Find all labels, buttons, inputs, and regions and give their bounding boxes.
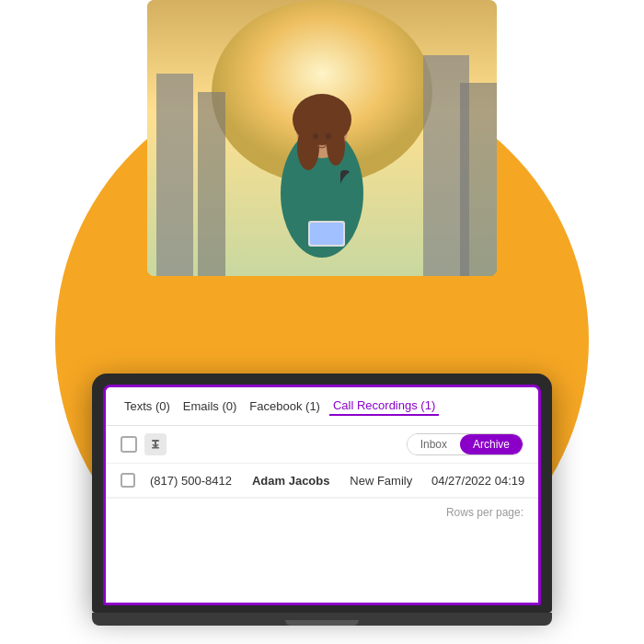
tab-emails[interactable]: Emails (0) [179,397,241,415]
group-cell: New Family [342,464,424,498]
svg-rect-20 [152,447,159,449]
tab-facebook[interactable]: Facebook (1) [246,397,324,415]
toolbar: Inbox Archive [106,426,538,464]
inbox-toggle-btn[interactable]: Inbox [408,434,460,454]
svg-rect-5 [460,83,497,276]
laptop-frame: Texts (0) Emails (0) Facebook (1) Call R… [92,374,552,613]
row-checkbox[interactable] [121,473,135,488]
tab-call-recordings[interactable]: Call Recordings (1) [329,397,439,416]
rows-per-page-label: Rows per page: [446,506,523,519]
date-cell: 04/27/2022 04:19 [424,464,538,498]
svg-rect-18 [152,440,159,442]
tab-texts[interactable]: Texts (0) [121,397,174,415]
svg-rect-2 [156,74,193,276]
recordings-table: (817) 500-8412 Adam Jacobs New Family 04… [106,464,538,498]
action-icon-button[interactable] [144,433,167,455]
download-icon [150,439,161,450]
phone-cell: (817) 500-8412 [143,464,245,498]
select-all-checkbox[interactable] [121,436,137,453]
archive-toggle-btn[interactable]: Archive [460,434,523,454]
laptop-container: Texts (0) Emails (0) Facebook (1) Call R… [92,374,552,626]
svg-point-17 [326,133,331,139]
name-cell: Adam Jacobs [245,464,342,498]
svg-point-9 [297,124,319,170]
inbox-archive-toggle: Inbox Archive [407,433,523,455]
laptop-screen: Texts (0) Emails (0) Facebook (1) Call R… [103,385,541,605]
svg-point-10 [327,125,345,166]
laptop-base [92,613,552,626]
table-footer: Rows per page: [106,498,538,526]
table-row[interactable]: (817) 500-8412 Adam Jacobs New Family 04… [106,464,538,498]
svg-point-16 [313,133,318,139]
svg-rect-3 [198,92,225,276]
svg-rect-15 [310,223,343,245]
hero-photo [147,0,497,276]
tab-bar: Texts (0) Emails (0) Facebook (1) Call R… [106,387,538,426]
